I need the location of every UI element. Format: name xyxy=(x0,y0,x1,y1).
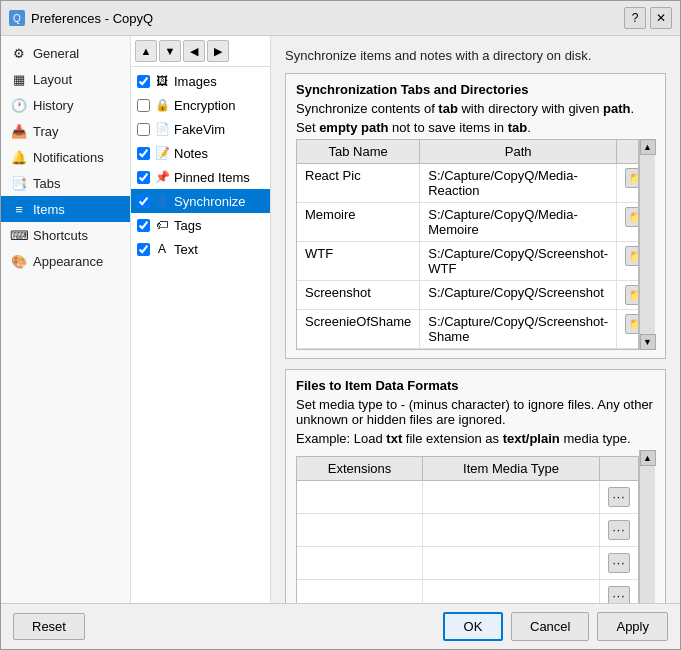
nav-label-shortcuts: Shortcuts xyxy=(33,228,88,243)
files-dots-cell: ··· xyxy=(600,514,639,547)
window-title: Preferences - CopyQ xyxy=(31,11,624,26)
plugin-item-tags[interactable]: 🏷Tags xyxy=(131,213,270,237)
nav-item-tabs[interactable]: 📑Tabs xyxy=(1,170,130,196)
nav-item-items[interactable]: ≡Items xyxy=(1,196,130,222)
file-ext[interactable] xyxy=(297,547,423,580)
sync-folder-button-1[interactable]: 📁 xyxy=(625,207,639,227)
nav-label-general: General xyxy=(33,46,79,61)
move-left-button[interactable]: ◀ xyxy=(183,40,205,62)
main-content: ⚙General▦Layout🕐History📥Tray🔔Notificatio… xyxy=(1,36,680,603)
move-up-button[interactable]: ▲ xyxy=(135,40,157,62)
reset-button[interactable]: Reset xyxy=(13,613,85,640)
files-dots-button-0[interactable]: ··· xyxy=(608,487,630,507)
nav-label-layout: Layout xyxy=(33,72,72,87)
general-icon: ⚙ xyxy=(11,45,27,61)
sync-folder-btn-cell: 📁 xyxy=(617,164,639,203)
sync-section-title: Synchronization Tabs and Directories xyxy=(296,82,655,97)
sync-table: Tab Name Path React PicS:/Capture/CopyQ/… xyxy=(297,140,639,349)
notifications-icon: 🔔 xyxy=(11,149,27,165)
sync-tab-name: React Pic xyxy=(297,164,420,203)
plugin-list-panel: ▲ ▼ ◀ ▶ 🖼Images🔒Encryption📄FakeVim📝Notes… xyxy=(131,36,271,603)
app-icon: Q xyxy=(9,10,25,26)
files-dots-button-3[interactable]: ··· xyxy=(608,586,630,603)
file-media-type[interactable] xyxy=(423,481,600,514)
sync-section: Synchronization Tabs and Directories Syn… xyxy=(285,73,666,359)
files-dots-cell: ··· xyxy=(600,580,639,604)
col-action xyxy=(617,140,639,164)
plugin-item-encryption[interactable]: 🔒Encryption xyxy=(131,93,270,117)
plugin-label-notes: Notes xyxy=(174,146,208,161)
plugin-icon-notes: 📝 xyxy=(154,145,170,161)
sync-folder-button-2[interactable]: 📁 xyxy=(625,246,639,266)
move-right-button[interactable]: ▶ xyxy=(207,40,229,62)
sync-folder-btn-cell: 📁 xyxy=(617,242,639,281)
files-table-row: ··· xyxy=(297,514,638,547)
plugin-item-fakevim[interactable]: 📄FakeVim xyxy=(131,117,270,141)
right-panel: Synchronize items and notes with a direc… xyxy=(271,36,680,603)
checkbox-images[interactable] xyxy=(137,75,150,88)
file-ext[interactable] xyxy=(297,481,423,514)
checkbox-text[interactable] xyxy=(137,243,150,256)
sync-table-scrollbar[interactable]: ▲ ▼ xyxy=(639,139,655,350)
shortcuts-icon: ⌨ xyxy=(11,227,27,243)
close-button[interactable]: ✕ xyxy=(650,7,672,29)
col-tab-name: Tab Name xyxy=(297,140,420,164)
file-ext[interactable] xyxy=(297,514,423,547)
plugin-label-synchronize: Synchronize xyxy=(174,194,246,209)
col-media-type: Item Media Type xyxy=(423,457,600,481)
checkbox-synchronize[interactable] xyxy=(137,195,150,208)
file-media-type[interactable] xyxy=(423,514,600,547)
appearance-icon: 🎨 xyxy=(11,253,27,269)
files-table-row: ··· xyxy=(297,580,638,604)
file-media-type[interactable] xyxy=(423,580,600,604)
nav-item-tray[interactable]: 📥Tray xyxy=(1,118,130,144)
files-dots-button-2[interactable]: ··· xyxy=(608,553,630,573)
checkbox-fakevim[interactable] xyxy=(137,123,150,136)
files-section: Files to Item Data Formats Set media typ… xyxy=(285,369,666,603)
checkbox-pinned[interactable] xyxy=(137,171,150,184)
sync-folder-button-3[interactable]: 📁 xyxy=(625,285,639,305)
nav-item-appearance[interactable]: 🎨Appearance xyxy=(1,248,130,274)
plugin-label-text: Text xyxy=(174,242,198,257)
sync-table-container: Tab Name Path React PicS:/Capture/CopyQ/… xyxy=(296,139,655,350)
cancel-button[interactable]: Cancel xyxy=(511,612,589,641)
nav-item-layout[interactable]: ▦Layout xyxy=(1,66,130,92)
files-scrollbar-up[interactable]: ▲ xyxy=(640,450,656,466)
plugin-item-notes[interactable]: 📝Notes xyxy=(131,141,270,165)
scrollbar-up-arrow[interactable]: ▲ xyxy=(640,139,656,155)
nav-label-tray: Tray xyxy=(33,124,59,139)
nav-item-shortcuts[interactable]: ⌨Shortcuts xyxy=(1,222,130,248)
sync-folder-button-4[interactable]: 📁 xyxy=(625,314,639,334)
title-bar: Q Preferences - CopyQ ? ✕ xyxy=(1,1,680,36)
apply-button[interactable]: Apply xyxy=(597,612,668,641)
history-icon: 🕐 xyxy=(11,97,27,113)
move-down-button[interactable]: ▼ xyxy=(159,40,181,62)
plugin-item-synchronize[interactable]: 👤Synchronize xyxy=(131,189,270,213)
files-table-scrollbar[interactable]: ▲ ▼ xyxy=(639,450,655,603)
scrollbar-down-arrow[interactable]: ▼ xyxy=(640,334,656,350)
files-dots-button-1[interactable]: ··· xyxy=(608,520,630,540)
plugin-icon-text: A xyxy=(154,241,170,257)
plugin-item-pinned[interactable]: 📌Pinned Items xyxy=(131,165,270,189)
plugin-label-encryption: Encryption xyxy=(174,98,235,113)
ok-button[interactable]: OK xyxy=(443,612,503,641)
checkbox-notes[interactable] xyxy=(137,147,150,160)
sync-folder-button-0[interactable]: 📁 xyxy=(625,168,639,188)
bottom-bar: Reset OK Cancel Apply xyxy=(1,603,680,649)
help-button[interactable]: ? xyxy=(624,7,646,29)
plugin-label-tags: Tags xyxy=(174,218,201,233)
checkbox-tags[interactable] xyxy=(137,219,150,232)
files-desc: Set media type to - (minus character) to… xyxy=(296,397,655,427)
tabs-icon: 📑 xyxy=(11,175,27,191)
plugin-item-images[interactable]: 🖼Images xyxy=(131,69,270,93)
sync-path: S:/Capture/CopyQ/Screenshot-Shame xyxy=(420,310,617,349)
checkbox-encryption[interactable] xyxy=(137,99,150,112)
plugin-item-text[interactable]: AText xyxy=(131,237,270,261)
sync-folder-btn-cell: 📁 xyxy=(617,281,639,310)
nav-item-general[interactable]: ⚙General xyxy=(1,40,130,66)
nav-item-history[interactable]: 🕐History xyxy=(1,92,130,118)
file-media-type[interactable] xyxy=(423,547,600,580)
nav-item-notifications[interactable]: 🔔Notifications xyxy=(1,144,130,170)
nav-label-appearance: Appearance xyxy=(33,254,103,269)
file-ext[interactable] xyxy=(297,580,423,604)
